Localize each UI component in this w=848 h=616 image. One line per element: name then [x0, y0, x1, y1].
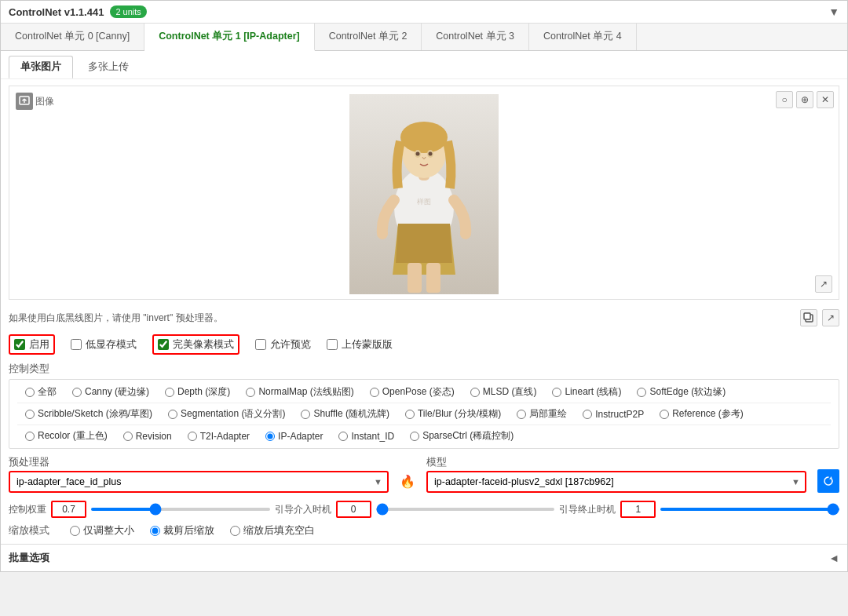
app-container: ControlNet v1.1.441 2 units ▼ ControlNet… — [0, 0, 848, 572]
image-extra-ctrl: ↗ — [815, 275, 832, 293]
resize-mode-label: 缩放模式 — [9, 524, 49, 538]
radio-inpaint[interactable]: 局部重绘 — [509, 403, 575, 425]
radio-tile-blur[interactable]: Tile/Blur (分块/模糊) — [397, 403, 509, 425]
menu-icon[interactable]: ▼ — [828, 5, 839, 18]
image-controls: ○ ⊕ ✕ — [776, 91, 834, 108]
image-reset-btn[interactable]: ○ — [776, 91, 793, 108]
batch-label: 批量选项 — [9, 551, 49, 565]
control-type-grid: 全部 Canny (硬边缘) Depth (深度) NormalMap (法线贴… — [9, 379, 839, 449]
model-select[interactable]: ip-adapter-faceid-plusv2_sdxl [187cb962] — [426, 471, 806, 493]
guidance-start-value[interactable]: 0 — [336, 501, 371, 518]
enable-checkbox[interactable] — [14, 339, 25, 350]
guidance-start-slider[interactable] — [376, 508, 555, 511]
tab-unit4[interactable]: ControlNet 单元 4 — [529, 24, 637, 50]
fire-icon: 🔥 — [400, 474, 415, 489]
fire-icon-container: 🔥 — [397, 474, 419, 489]
svg-rect-7 — [408, 263, 422, 293]
resize-crop-radio[interactable] — [150, 526, 160, 536]
radio-recolor[interactable]: Recolor (重上色) — [17, 425, 115, 447]
radio-t2i-adapter[interactable]: T2I-Adapter — [180, 425, 258, 447]
allow-preview-checkbox[interactable] — [255, 339, 266, 350]
radio-row-1: 全部 Canny (硬边缘) Depth (深度) NormalMap (法线贴… — [17, 381, 831, 403]
radio-normalmap[interactable]: NormalMap (法线贴图) — [238, 381, 361, 403]
control-weight-label: 控制权重 — [9, 503, 46, 516]
header-left: ControlNet v1.1.441 2 units — [9, 5, 147, 18]
expand-icon[interactable]: ↗ — [815, 275, 832, 293]
guidance-end-label: 引导终止时机 — [559, 503, 616, 516]
control-weight-value[interactable]: 0.7 — [51, 501, 86, 518]
model-group: 模型 ip-adapter-faceid-plusv2_sdxl [187cb9… — [426, 456, 806, 493]
radio-shuffle[interactable]: Shuffle (随机洗牌) — [293, 403, 397, 425]
allow-preview-label: 允许预览 — [270, 337, 311, 352]
radio-scribble[interactable]: Scribble/Sketch (涂鸦/草图) — [17, 403, 160, 425]
tab-unit3[interactable]: ControlNet 单元 3 — [422, 24, 529, 50]
model-refresh-btn[interactable] — [817, 469, 839, 493]
guidance-end-value[interactable]: 1 — [620, 501, 656, 518]
radio-lineart[interactable]: Lineart (线稿) — [544, 381, 629, 403]
main-tabs: ControlNet 单元 0 [Canny] ControlNet 单元 1 … — [1, 24, 847, 51]
image-expand-btn[interactable]: ⊕ — [796, 91, 813, 108]
model-select-wrapper: ip-adapter-faceid-plusv2_sdxl [187cb962]… — [426, 471, 806, 493]
resize-fit-label[interactable]: 仅调整大小 — [70, 524, 134, 538]
image-close-btn[interactable]: ✕ — [817, 91, 834, 108]
radio-instant-id[interactable]: Instant_ID — [331, 425, 402, 447]
resize-fill-label[interactable]: 缩放后填充空白 — [230, 524, 315, 538]
radio-reference[interactable]: Reference (参考) — [652, 403, 751, 425]
radio-depth[interactable]: Depth (深度) — [157, 381, 238, 403]
header: ControlNet v1.1.441 2 units ▼ — [1, 1, 847, 24]
svg-point-15 — [429, 152, 433, 156]
resize-fit-text: 仅调整大小 — [83, 524, 134, 538]
copy-icon-btn[interactable] — [800, 309, 817, 326]
radio-canny[interactable]: Canny (硬边缘) — [64, 381, 157, 403]
tab-ip-adapter[interactable]: ControlNet 单元 1 [IP-Adapter] — [144, 24, 314, 51]
sliders-row: 控制权重 0.7 引导介入时机 0 引导终止时机 1 — [1, 498, 847, 521]
options-row: 启用 低显存模式 完美像素模式 允许预览 上传蒙版版 — [1, 330, 847, 359]
radio-segmentation[interactable]: Segmentation (语义分割) — [160, 403, 293, 425]
image-area[interactable]: 图像 — [9, 86, 839, 300]
low-vram-label: 低显存模式 — [86, 337, 137, 352]
resize-crop-label[interactable]: 裁剪后缩放 — [150, 524, 214, 538]
upload-independent-checkbox[interactable] — [327, 339, 338, 350]
upload-label[interactable]: 图像 — [16, 93, 54, 110]
app-title: ControlNet v1.1.441 — [9, 6, 104, 18]
guidance-end-slider[interactable] — [660, 508, 839, 511]
pixel-perfect-checkbox-label[interactable]: 完美像素模式 — [152, 334, 239, 355]
upload-text: 图像 — [35, 95, 54, 108]
preprocessor-group: 预处理器 ip-adapter_face_id_plus ▼ — [9, 456, 389, 493]
radio-all[interactable]: 全部 — [17, 381, 64, 403]
tab-canny[interactable]: ControlNet 单元 0 [Canny] — [1, 24, 144, 50]
preprocessor-label: 预处理器 — [9, 456, 389, 469]
radio-mlsd[interactable]: MLSD (直线) — [462, 381, 545, 403]
enable-label: 启用 — [29, 337, 49, 352]
resize-fill-radio[interactable] — [230, 526, 240, 536]
radio-row-2: Scribble/Sketch (涂鸦/草图) Segmentation (语义… — [17, 403, 831, 425]
pixel-perfect-checkbox[interactable] — [158, 339, 169, 350]
radio-ip-adapter[interactable]: IP-Adapter — [258, 425, 331, 447]
tab-unit2[interactable]: ControlNet 单元 2 — [315, 24, 422, 50]
radio-softedge[interactable]: SoftEdge (软边缘) — [629, 381, 733, 403]
upload-icon — [16, 93, 33, 110]
radio-sparsectrl[interactable]: SparseCtrl (稀疏控制) — [402, 425, 521, 447]
allow-preview-checkbox-label[interactable]: 允许预览 — [255, 337, 311, 352]
preprocessor-select[interactable]: ip-adapter_face_id_plus — [9, 471, 389, 493]
radio-revision[interactable]: Revision — [115, 425, 180, 447]
enable-checkbox-label[interactable]: 启用 — [9, 334, 55, 355]
low-vram-checkbox-label[interactable]: 低显存模式 — [71, 337, 137, 352]
sub-tab-single[interactable]: 单张图片 — [9, 56, 73, 78]
sub-tab-multi[interactable]: 多张上传 — [76, 56, 141, 78]
resize-row: 缩放模式 仅调整大小 裁剪后缩放 缩放后填充空白 — [1, 521, 847, 541]
model-label: 模型 — [426, 456, 806, 469]
batch-options-row[interactable]: 批量选项 ◄ — [1, 544, 847, 571]
svg-point-11 — [400, 122, 448, 153]
resize-fit-radio[interactable] — [70, 526, 80, 536]
control-weight-slider[interactable] — [91, 508, 270, 511]
upload-independent-checkbox-label[interactable]: 上传蒙版版 — [327, 337, 393, 352]
arrow-icon-btn[interactable]: ↗ — [822, 309, 839, 326]
svg-point-14 — [416, 152, 420, 156]
radio-instructp2p[interactable]: InstructP2P — [575, 403, 652, 425]
uploaded-image: 样图 — [349, 94, 499, 294]
radio-row-3: Recolor (重上色) Revision T2I-Adapter IP-Ad… — [17, 425, 831, 447]
low-vram-checkbox[interactable] — [71, 339, 82, 350]
radio-openpose[interactable]: OpenPose (姿态) — [362, 381, 462, 403]
resize-crop-text: 裁剪后缩放 — [163, 524, 214, 538]
